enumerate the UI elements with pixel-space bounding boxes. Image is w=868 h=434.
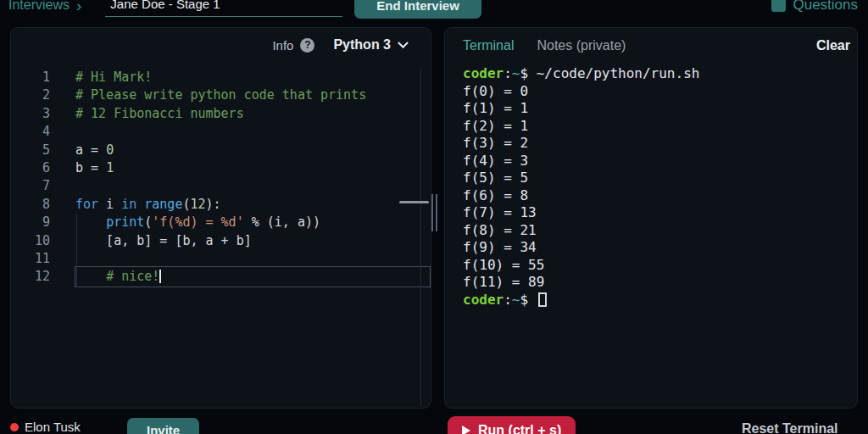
help-icon[interactable]: ? (300, 38, 314, 53)
code-line[interactable]: 8for i in range(12): (11, 196, 431, 214)
code-line[interactable]: 7 (11, 177, 431, 195)
play-icon (462, 426, 470, 434)
terminal-panel: Terminal Notes (private) Clear coder:~$ … (444, 27, 858, 409)
end-interview-button[interactable]: End Interview (354, 0, 481, 19)
code-line-text: # 12 Fibonacci numbers (75, 105, 244, 123)
terminal-line: f(6) = 8 (463, 187, 850, 205)
terminal-line: f(9) = 34 (463, 239, 850, 257)
editor-scrollbar-thumb[interactable] (399, 201, 429, 203)
breadcrumb-interviews-link[interactable]: Interviews (8, 0, 70, 13)
code-line[interactable]: 5a = 0 (11, 142, 431, 159)
editor-panel: Info ? Python 3 1# Hi Mark!2# Please wri… (10, 27, 431, 409)
code-line-text: for i in range(12): (75, 196, 221, 214)
code-line[interactable]: 10 [a, b] = [b, a + b] (11, 232, 431, 250)
app-window: Interviews › End Interview Questions Inf… (0, 0, 868, 434)
questions-button[interactable]: Questions (771, 0, 858, 14)
code-line-text: [a, b] = [b, a + b] (75, 232, 252, 250)
line-number: 9 (11, 214, 50, 231)
terminal-line: f(3) = 2 (463, 135, 850, 153)
code-line[interactable]: 1# Hi Mark! (11, 69, 431, 86)
run-button-label: Run (ctrl + s) (478, 423, 561, 434)
terminal-line: f(11) = 89 (463, 274, 850, 292)
language-selector[interactable]: Python 3 (333, 37, 407, 53)
terminal-line: f(1) = 1 (463, 100, 850, 118)
code-line-text: print('f(%d) = %d' % (i, a)) (75, 214, 320, 231)
terminal-line: f(2) = 1 (463, 118, 850, 136)
line-number: 3 (11, 105, 50, 123)
questions-label: Questions (793, 0, 858, 14)
terminal-cursor (538, 292, 547, 307)
code-line[interactable]: 2# Please write python code that prints (11, 86, 431, 104)
code-line[interactable]: 6b = 1 (11, 159, 431, 177)
clear-button[interactable]: Clear (816, 38, 850, 53)
chevron-down-icon (398, 37, 409, 48)
panel-resize-handle[interactable] (431, 194, 437, 231)
code-line[interactable]: 9 print('f(%d) = %d' % (i, a)) (11, 214, 431, 231)
tab-terminal[interactable]: Terminal (463, 38, 514, 53)
terminal-line: f(0) = 0 (463, 83, 850, 101)
info-label: Info (272, 38, 293, 53)
invite-button[interactable]: Invite (127, 418, 199, 434)
language-selected-label: Python 3 (333, 37, 391, 53)
code-line-text: a = 0 (75, 142, 114, 159)
terminal-line: f(7) = 13 (463, 204, 850, 222)
editor-caret (159, 270, 161, 283)
terminal-line: f(5) = 5 (463, 170, 850, 187)
editor-scrollbar-track (420, 69, 421, 406)
terminal-line: f(8) = 21 (463, 222, 850, 240)
code-editor[interactable]: 1# Hi Mark!2# Please write python code t… (11, 69, 431, 287)
bottom-bar: Elon Tusk Invite Run (ctrl + s) Reset Te… (0, 409, 868, 434)
top-bar: Interviews › End Interview Questions (0, 0, 868, 19)
tab-notes-private[interactable]: Notes (private) (537, 38, 626, 53)
questions-book-icon (771, 0, 786, 12)
terminal-line: f(4) = 3 (463, 153, 850, 170)
breadcrumb-chevron-icon: › (76, 0, 81, 14)
participant-name: Elon Tusk (25, 420, 81, 434)
code-line-text: # Please write python code that prints (75, 86, 366, 104)
reset-terminal-button[interactable]: Reset Terminal (742, 421, 838, 434)
terminal-header: Terminal Notes (private) Clear (463, 38, 850, 53)
terminal-line: coder:~$ (463, 292, 850, 309)
editor-header: Info ? Python 3 (272, 37, 407, 53)
line-number: 12 (11, 268, 50, 286)
indent-guide (76, 214, 77, 287)
code-line-text: b = 1 (75, 159, 114, 177)
line-number: 11 (11, 250, 50, 268)
line-number: 2 (11, 86, 50, 104)
code-line[interactable]: 12 # nice! (11, 268, 431, 286)
terminal-output[interactable]: coder:~$ ~/code/python/run.shf(0) = 0f(1… (463, 65, 850, 404)
line-number: 6 (11, 159, 50, 177)
line-number: 5 (11, 142, 50, 159)
line-number: 1 (11, 69, 50, 86)
terminal-line: coder:~$ ~/code/python/run.sh (463, 65, 850, 83)
code-line-text: # Hi Mark! (75, 69, 152, 86)
code-line[interactable]: 3# 12 Fibonacci numbers (11, 105, 431, 123)
code-line[interactable]: 11 (11, 250, 431, 268)
run-button[interactable]: Run (ctrl + s) (448, 416, 576, 434)
session-title-input[interactable] (105, 0, 342, 17)
line-number: 8 (11, 196, 50, 214)
code-line[interactable]: 4 (11, 123, 431, 141)
breadcrumb[interactable]: Interviews › (8, 0, 81, 14)
line-number: 10 (11, 232, 50, 250)
line-number: 7 (11, 177, 50, 195)
code-line-text: # nice! (75, 268, 161, 286)
presence-dot (10, 423, 19, 431)
line-number: 4 (11, 123, 50, 141)
terminal-line: f(10) = 55 (463, 257, 850, 275)
